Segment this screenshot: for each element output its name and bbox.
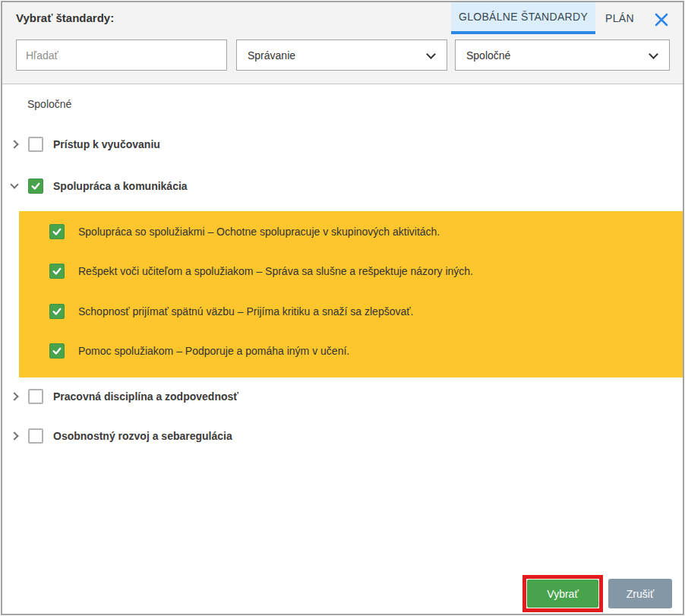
tree-child-label: Schopnosť prijímať spätnú väzbu – Prijím… [78,305,413,317]
chevron-down-icon [426,49,436,59]
checkbox-checked[interactable] [49,224,65,239]
checkbox-checked[interactable] [49,304,65,319]
selected-children-highlight: Spolupráca so spolužiakmi – Ochotne spol… [19,211,683,377]
chevron-right-icon[interactable] [10,431,18,440]
tree-parent-label: Pracovná disciplína a zodpovednosť [53,390,238,403]
tree-parent-row[interactable]: Prístup k vyučovaniu [2,135,683,153]
category-select-value: Správanie [248,49,295,62]
close-button[interactable] [650,8,673,31]
close-x-icon [654,12,669,27]
tree-parent-row[interactable]: Spolupráca a komunikácia [2,177,683,195]
tab-plan[interactable]: PLÁN [595,2,644,34]
dialog-header: Vybrať štandardy: GLOBÁLNE ŠTANDARDY PLÁ… [2,2,683,84]
dialog-title: Vybrať štandardy: [16,11,114,24]
tree-child-row[interactable]: Rešpekt voči učiteľom a spolužiakom – Sp… [19,262,683,280]
chevron-down-icon[interactable] [10,180,18,188]
cancel-button[interactable]: Zrušiť [608,579,672,608]
tree-parent-label: Prístup k vyučovaniu [53,138,160,150]
check-icon [52,226,62,237]
search-input[interactable] [16,39,227,71]
standards-tree: Spoločné Prístup k vyučovaniu Spolupráca… [2,85,683,614]
select-button[interactable]: Vybrať [527,580,598,608]
tab-plan-label: PLÁN [605,12,634,24]
tree-child-row[interactable]: Pomoc spolužiakom – Podporuje a pomáha i… [19,342,683,360]
chevron-down-icon [649,49,658,59]
tree-parent-label: Spolupráca a komunikácia [53,180,188,192]
tree-child-label: Spolupráca so spolužiakmi – Ochotne spol… [78,226,440,238]
chevron-right-icon[interactable] [10,140,18,148]
check-icon [30,181,41,191]
red-annotation-highlight: Vybrať [522,575,603,612]
section-label: Spoločné [27,98,71,110]
subcategory-select-value: Spoločné [466,49,510,62]
checkbox-checked[interactable] [49,343,65,359]
tree-child-label: Rešpekt voči učiteľom a spolužiakom – Sp… [78,265,473,277]
tab-global-standards-label: GLOBÁLNE ŠTANDARDY [459,11,588,23]
tree-parent-label: Osobnostný rozvoj a sebaregulácia [53,430,232,442]
checkbox-unchecked[interactable] [28,428,43,444]
tree-child-row[interactable]: Spolupráca so spolužiakmi – Ochotne spol… [19,223,683,241]
chevron-right-icon[interactable] [10,392,18,400]
checkbox-unchecked[interactable] [28,389,43,404]
tree-child-label: Pomoc spolužiakom – Podporuje a pomáha i… [78,345,349,357]
check-icon [52,306,62,317]
select-standards-dialog: Vybrať štandardy: GLOBÁLNE ŠTANDARDY PLÁ… [1,1,684,615]
checkbox-checked[interactable] [28,178,43,194]
checkbox-checked[interactable] [49,264,65,279]
tree-child-row[interactable]: Schopnosť prijímať spätnú väzbu – Prijím… [19,302,683,321]
tree-parent-row[interactable]: Osobnostný rozvoj a sebaregulácia [2,427,683,445]
check-icon [52,346,62,356]
checkbox-unchecked[interactable] [28,137,43,152]
subcategory-select[interactable]: Spoločné [455,39,670,71]
check-icon [52,266,62,276]
category-select[interactable]: Správanie [236,39,447,71]
tab-global-standards[interactable]: GLOBÁLNE ŠTANDARDY [451,2,595,34]
tree-parent-row[interactable]: Pracovná disciplína a zodpovednosť [2,387,683,406]
